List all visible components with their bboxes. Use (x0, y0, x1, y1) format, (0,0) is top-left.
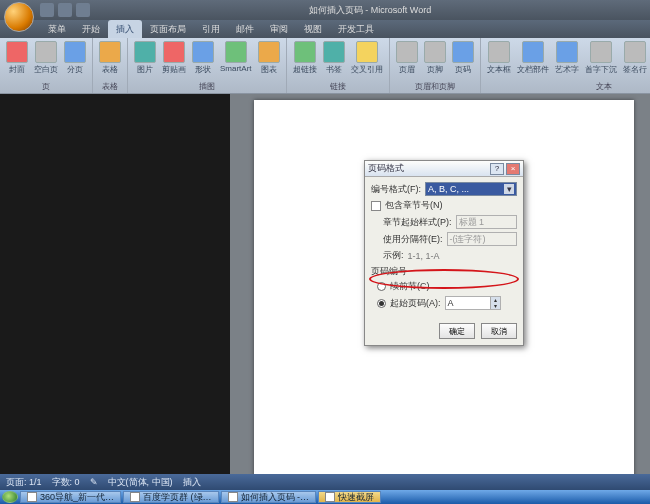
首字下沉-icon (590, 41, 612, 63)
tab-引用[interactable]: 引用 (194, 20, 228, 38)
group-label: 页 (4, 81, 88, 93)
ribbon-签名行[interactable]: 签名行 (621, 40, 649, 81)
dialog-titlebar: 页码格式 ? × (365, 161, 523, 177)
cancel-button[interactable]: 取消 (481, 323, 517, 339)
ribbon-封面[interactable]: 封面 (4, 40, 30, 81)
tab-审阅[interactable]: 审阅 (262, 20, 296, 38)
qat-redo-icon[interactable] (76, 3, 90, 17)
include-chapter-checkbox[interactable] (371, 201, 381, 211)
status-words[interactable]: 字数: 0 (52, 476, 80, 489)
ribbon-交叉引用[interactable]: 交叉引用 (349, 40, 385, 81)
图片-icon (134, 41, 156, 63)
start-at-radio[interactable] (377, 299, 386, 308)
number-format-select[interactable]: A, B, C, ... ▾ (425, 182, 517, 196)
ribbon-艺术字[interactable]: 艺术字 (553, 40, 581, 81)
number-format-label: 编号格式(F): (371, 183, 421, 196)
tab-插入[interactable]: 插入 (108, 20, 142, 38)
ribbon-文档部件[interactable]: 文档部件 (515, 40, 551, 81)
封面-icon (6, 41, 28, 63)
ribbon-label: 超链接 (293, 64, 317, 75)
ribbon-图片[interactable]: 图片 (132, 40, 158, 81)
qat-save-icon[interactable] (40, 3, 54, 17)
页码-icon (452, 41, 474, 63)
空白页-icon (35, 41, 57, 63)
number-format-value: A, B, C, ... (428, 184, 469, 194)
ribbon-表格[interactable]: 表格 (97, 40, 123, 81)
help-icon[interactable]: ? (490, 163, 504, 175)
chapter-style-select: 标题 1 (456, 215, 518, 229)
menu-prefix: 菜单 (40, 20, 74, 38)
ribbon-页码[interactable]: 页码 (450, 40, 476, 81)
tab-页面布局[interactable]: 页面布局 (142, 20, 194, 38)
ribbon-label: 空白页 (34, 64, 58, 75)
tab-开始[interactable]: 开始 (74, 20, 108, 38)
status-mode[interactable]: 插入 (183, 476, 201, 489)
start-button[interactable] (2, 491, 18, 503)
group-label: 页眉和页脚 (394, 81, 476, 93)
tab-视图[interactable]: 视图 (296, 20, 330, 38)
taskbar-item[interactable]: 360导航_新一代… (20, 491, 121, 503)
taskbar-item[interactable]: 快速截屏 (318, 491, 381, 503)
ok-button[interactable]: 确定 (439, 323, 475, 339)
status-page[interactable]: 页面: 1/1 (6, 476, 42, 489)
ribbon-分页[interactable]: 分页 (62, 40, 88, 81)
spin-down-icon[interactable]: ▾ (490, 303, 500, 309)
taskbar-item[interactable]: 如何插入页码 -… (221, 491, 317, 503)
文本框-icon (488, 41, 510, 63)
艺术字-icon (556, 41, 578, 63)
status-lang[interactable]: 中文(简体, 中国) (108, 476, 173, 489)
ribbon-页脚[interactable]: 页脚 (422, 40, 448, 81)
ribbon-label: 页脚 (427, 64, 443, 75)
ribbon-图表[interactable]: 图表 (256, 40, 282, 81)
文档部件-icon (522, 41, 544, 63)
签名行-icon (624, 41, 646, 63)
group-label: 文本 (485, 81, 650, 93)
chevron-down-icon: ▾ (504, 184, 514, 194)
continue-previous-label: 续前节(C) (390, 280, 430, 293)
ribbon-SmartArt[interactable]: SmartArt (218, 40, 254, 81)
ribbon-首字下沉[interactable]: 首字下沉 (583, 40, 619, 81)
ribbon-group-页: 封面空白页分页页 (0, 38, 93, 93)
chapter-style-label: 章节起始样式(P): (383, 216, 452, 229)
page-numbering-header: 页码编号 (371, 265, 517, 278)
taskbar-item[interactable]: 百度学页群 (绿… (123, 491, 219, 503)
tab-邮件[interactable]: 邮件 (228, 20, 262, 38)
tab-开发工具[interactable]: 开发工具 (330, 20, 382, 38)
书签-icon (323, 41, 345, 63)
office-button[interactable] (4, 2, 34, 32)
ribbon-label: 图表 (261, 64, 277, 75)
taskbar-label: 百度学页群 (绿… (143, 491, 212, 504)
start-at-label: 起始页码(A): (390, 297, 441, 310)
ribbon-文本框[interactable]: 文本框 (485, 40, 513, 81)
window-title: 如何插入页码 - Microsoft Word (90, 4, 650, 17)
ribbon-label: 签名行 (623, 64, 647, 75)
SmartArt-icon (225, 41, 247, 63)
example-label: 示例: (383, 249, 404, 262)
app-icon (325, 492, 335, 502)
ribbon-剪贴画[interactable]: 剪贴画 (160, 40, 188, 81)
ribbon-超链接[interactable]: 超链接 (291, 40, 319, 81)
页眉-icon (396, 41, 418, 63)
ribbon-label: 艺术字 (555, 64, 579, 75)
separator-label: 使用分隔符(E): (383, 233, 443, 246)
qat-undo-icon[interactable] (58, 3, 72, 17)
group-label: 链接 (291, 81, 385, 93)
ribbon-group-链接: 超链接书签交叉引用链接 (287, 38, 390, 93)
ribbon-label: 文本框 (487, 64, 511, 75)
ribbon-书签[interactable]: 书签 (321, 40, 347, 81)
ribbon-空白页[interactable]: 空白页 (32, 40, 60, 81)
ribbon-label: 书签 (326, 64, 342, 75)
close-icon[interactable]: × (506, 163, 520, 175)
continue-previous-radio[interactable] (377, 282, 386, 291)
title-bar: 如何插入页码 - Microsoft Word (0, 0, 650, 20)
start-at-value: A (446, 298, 490, 308)
workspace (0, 94, 650, 474)
quick-access-toolbar (40, 3, 90, 17)
页脚-icon (424, 41, 446, 63)
ribbon-label: 表格 (102, 64, 118, 75)
start-at-spinner[interactable]: A ▴▾ (445, 296, 501, 310)
ribbon-形状[interactable]: 形状 (190, 40, 216, 81)
navigation-pane (0, 94, 230, 474)
ribbon: 封面空白页分页页表格表格图片剪贴画形状SmartArt图表插图超链接书签交叉引用… (0, 38, 650, 94)
ribbon-页眉[interactable]: 页眉 (394, 40, 420, 81)
